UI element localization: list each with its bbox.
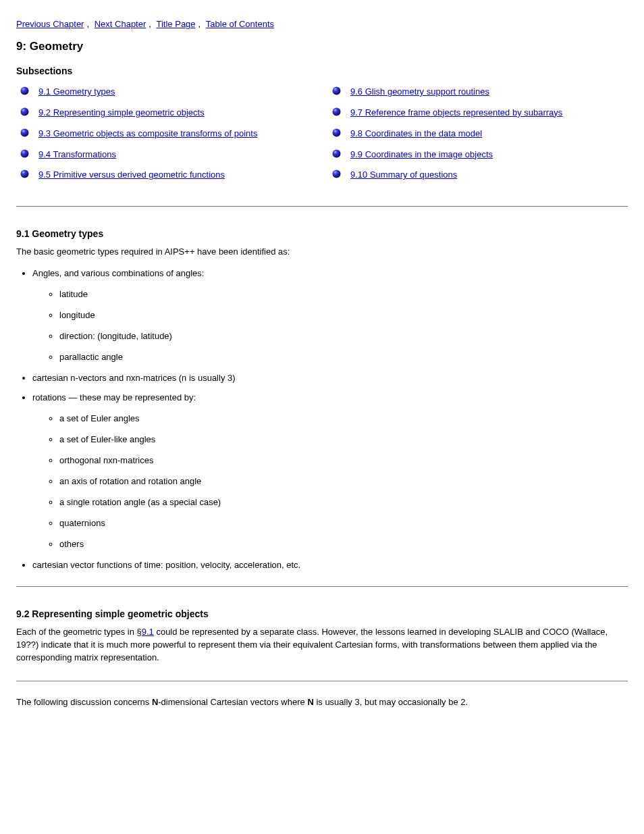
ball-bullet-icon	[332, 170, 341, 178]
toc-link[interactable]: 9.10 Summary of questions	[350, 169, 457, 182]
geometry-types-list: Angles, and various combinations of angl…	[32, 268, 628, 570]
toc-link[interactable]: 9.8 Coordinates in the data model	[350, 128, 482, 140]
nav-next-link[interactable]: Next Chapter	[95, 19, 146, 29]
nav-toc-link[interactable]: Table of Contents	[206, 19, 274, 29]
list-item: an axis of rotation and rotation angle	[59, 476, 628, 486]
list-item: a set of Euler-like angles	[59, 434, 628, 444]
sub-list: latitudelongitudedirection: (longitude, …	[59, 289, 628, 362]
text-fragment: -dimensional Cartesian vectors where	[158, 697, 307, 707]
list-item-text: cartesian vector functions of time: posi…	[32, 560, 300, 570]
list-item: Angles, and various combinations of angl…	[32, 268, 628, 362]
list-item: cartesian n-vectors and nxn-matrices (n …	[32, 373, 628, 383]
ball-bullet-icon	[20, 86, 29, 95]
svg-point-3	[21, 149, 29, 157]
list-item-text: Angles, and various combinations of angl…	[32, 268, 204, 278]
toc-link[interactable]: 9.4 Transformations	[38, 149, 116, 161]
ball-bullet-icon	[332, 107, 341, 116]
svg-point-5	[333, 87, 341, 95]
body-paragraph: The basic geometric types required in AI…	[16, 246, 628, 259]
toc-link[interactable]: 9.7 Reference frame objects represented …	[350, 107, 562, 120]
list-item-text: cartesian n-vectors and nxn-matrices (n …	[32, 373, 236, 383]
toc-link[interactable]: 9.2 Representing simple geometric object…	[38, 107, 205, 120]
toc-item: 9.9 Coordinates in the image objects	[328, 149, 628, 161]
section-divider	[16, 681, 628, 681]
list-item: others	[59, 539, 628, 549]
list-item: longitude	[59, 310, 628, 320]
list-item: parallactic angle	[59, 352, 628, 362]
svg-point-1	[21, 107, 29, 115]
svg-point-2	[21, 128, 29, 136]
nav-sep: ,	[198, 19, 203, 29]
text-fragment: is usually 3, but may occasionally be 2.	[314, 697, 468, 707]
ball-bullet-icon	[332, 86, 341, 95]
nav-title-page-link[interactable]: Title Page	[157, 19, 196, 29]
list-item: a set of Euler angles	[59, 413, 628, 423]
section-heading-9-1: 9.1 Geometry types	[16, 228, 628, 239]
breadcrumb: Previous Chapter, Next Chapter, Title Pa…	[16, 19, 628, 29]
nav-prev-link[interactable]: Previous Chapter	[16, 19, 84, 29]
section-heading-9-2: 9.2 Representing simple geometric object…	[16, 608, 628, 619]
section-divider	[16, 206, 628, 207]
list-item-text: rotations — these may be represented by:	[32, 392, 196, 402]
section-divider	[16, 586, 628, 587]
body-paragraph: Each of the geometric types in §9.1 coul…	[16, 626, 628, 664]
math-symbol: N	[152, 697, 158, 707]
svg-point-4	[21, 170, 29, 178]
body-paragraph: The following discussion concerns N-dime…	[16, 696, 628, 709]
list-item: orthogonal nxn-matrices	[59, 455, 628, 465]
list-item: rotations — these may be represented by:…	[32, 392, 628, 549]
toc-link[interactable]: 9.1 Geometry types	[38, 86, 115, 99]
toc-link[interactable]: 9.6 Glish geometry support routines	[350, 86, 489, 99]
nav-sep: ,	[149, 19, 153, 29]
toc-item: 9.3 Geometric objects as composite trans…	[16, 128, 316, 140]
list-item: quaternions	[59, 518, 628, 528]
toc-item: 9.1 Geometry types	[16, 86, 316, 99]
sub-list: a set of Euler anglesa set of Euler-like…	[59, 413, 628, 549]
svg-point-8	[333, 149, 341, 157]
ball-bullet-icon	[20, 170, 29, 178]
toc-item: 9.2 Representing simple geometric object…	[16, 107, 316, 120]
svg-point-6	[333, 107, 341, 115]
text-fragment: The following discussion concerns	[16, 697, 152, 707]
toc-item: 9.10 Summary of questions	[328, 169, 628, 182]
ball-bullet-icon	[20, 107, 29, 116]
subsections-toc: 9.1 Geometry types9.2 Representing simpl…	[16, 83, 628, 190]
toc-link[interactable]: 9.5 Primitive versus derived geometric f…	[38, 169, 225, 182]
toc-item: 9.7 Reference frame objects represented …	[328, 107, 628, 120]
ball-bullet-icon	[332, 149, 341, 158]
math-symbol: N	[307, 697, 313, 707]
ball-bullet-icon	[20, 128, 29, 137]
nav-sep: ,	[86, 19, 91, 29]
toc-item: 9.5 Primitive versus derived geometric f…	[16, 169, 316, 182]
subsections-heading: Subsections	[16, 66, 628, 76]
toc-link[interactable]: 9.9 Coordinates in the image objects	[350, 149, 493, 161]
toc-item: 9.8 Coordinates in the data model	[328, 128, 628, 140]
list-item: cartesian vector functions of time: posi…	[32, 560, 628, 570]
list-item: direction: (longitude, latitude)	[59, 331, 628, 341]
toc-link[interactable]: 9.3 Geometric objects as composite trans…	[38, 128, 257, 140]
crossref-link-9-1[interactable]: 9.1	[142, 627, 154, 637]
svg-point-9	[333, 170, 341, 178]
ball-bullet-icon	[20, 149, 29, 158]
list-item: latitude	[59, 289, 628, 299]
ball-bullet-icon	[332, 128, 341, 137]
toc-item: 9.6 Glish geometry support routines	[328, 86, 628, 99]
svg-point-0	[21, 87, 29, 95]
svg-point-7	[333, 128, 341, 136]
list-item: a single rotation angle (as a special ca…	[59, 497, 628, 507]
toc-item: 9.4 Transformations	[16, 149, 316, 161]
page-title: 9: Geometry	[16, 40, 628, 53]
text-fragment: Each of the geometric types in §	[16, 627, 142, 637]
